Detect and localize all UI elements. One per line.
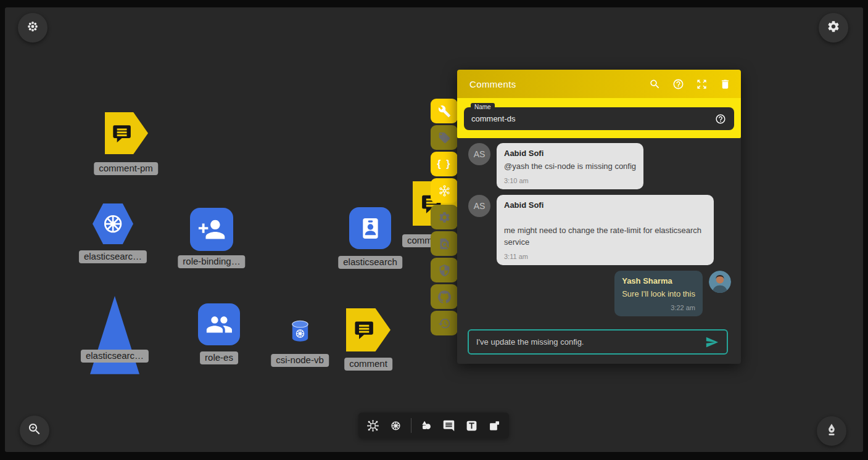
- node-label: comment: [344, 358, 392, 371]
- id-badge-icon: [357, 215, 384, 242]
- comments-panel: Comments Name AS Aabid Sofi @yash the cs…: [457, 70, 741, 364]
- toolbar-gear-button[interactable]: [431, 205, 458, 229]
- search-button[interactable]: [648, 78, 661, 90]
- toolbar-shield-button[interactable]: [431, 258, 458, 282]
- toolbar-divider: [411, 418, 411, 433]
- flower-logo-icon: [26, 20, 39, 36]
- tag-icon: [438, 131, 451, 144]
- pen-nib-icon: [824, 422, 839, 440]
- comment-tool-icon: [442, 419, 455, 432]
- message-bubble: Aabid Sofi me might need to change the r…: [497, 195, 714, 265]
- name-section: Name: [457, 98, 741, 138]
- name-field[interactable]: Name: [464, 107, 734, 130]
- history-icon: [438, 317, 451, 330]
- image-tool-button[interactable]: [486, 417, 502, 433]
- avatar: AS: [468, 143, 490, 165]
- node-label: comment-pm: [94, 162, 158, 175]
- toolbar-mesh-button[interactable]: [431, 178, 458, 203]
- delete-button[interactable]: [719, 78, 731, 90]
- message-time: 3:11 am: [504, 253, 706, 260]
- doc-search-icon: [438, 237, 451, 250]
- zoom-in-icon: [27, 422, 42, 439]
- message-time: 3:10 am: [504, 177, 636, 184]
- kubernetes-wheel-icon: [100, 211, 126, 237]
- image-tool-icon: [488, 419, 501, 432]
- message-text: @yash the csi-node is missing config: [504, 160, 636, 173]
- schematic-tool-button[interactable]: [365, 417, 381, 433]
- braces-icon: { }: [437, 158, 452, 170]
- help-icon: [715, 113, 726, 125]
- node-action-toolbar: { }: [431, 99, 458, 335]
- message-row: AS Aabid Sofi me might need to change th…: [468, 195, 731, 265]
- expand-icon: [696, 78, 708, 90]
- node-csi-node-vb[interactable]: [290, 320, 310, 342]
- mesh-icon: [438, 184, 451, 197]
- settings-button[interactable]: [819, 13, 848, 43]
- github-icon: [438, 290, 451, 303]
- comment-bubble-icon: [110, 121, 134, 145]
- message-list: AS Aabid Sofi @yash the csi-node is miss…: [457, 138, 741, 316]
- comment-input-box[interactable]: [468, 329, 728, 355]
- canvas-tools-toolbar: [358, 413, 509, 438]
- text-tool-icon: [465, 419, 478, 432]
- shield-icon: [438, 264, 451, 277]
- user-photo: [709, 271, 731, 293]
- avatar-photo: [709, 271, 731, 293]
- node-label: role-binding…: [178, 255, 245, 268]
- toolbar-github-button[interactable]: [431, 284, 458, 309]
- shapes-tool-button[interactable]: [418, 417, 434, 433]
- message-row: Yash Sharma Sure I'll look into this 3:2…: [468, 271, 731, 317]
- message-bubble: Yash Sharma Sure I'll look into this 3:2…: [614, 271, 703, 317]
- node-label: elasticsearc…: [79, 250, 147, 263]
- node-label: csi-node-vb: [271, 354, 329, 367]
- zoom-in-button[interactable]: [20, 416, 49, 445]
- wrench-icon: [438, 105, 451, 118]
- message-text: Sure I'll look into this: [622, 288, 695, 300]
- toolbar-tag-button[interactable]: [431, 125, 458, 150]
- kubernetes-tool-button[interactable]: [388, 417, 404, 433]
- kubernetes-wheel-icon: [389, 419, 402, 432]
- comments-panel-header: Comments: [457, 70, 741, 98]
- node-label: elasticsearch: [338, 256, 402, 269]
- text-tool-button[interactable]: [463, 417, 479, 433]
- gear-icon: [438, 211, 451, 224]
- message-bubble: Aabid Sofi @yash the csi-node is missing…: [497, 143, 643, 189]
- expand-button[interactable]: [695, 78, 708, 90]
- toolbar-braces-button[interactable]: { }: [431, 152, 458, 176]
- comment-tool-button[interactable]: [440, 417, 457, 433]
- message-row: AS Aabid Sofi @yash the csi-node is miss…: [468, 143, 731, 189]
- node-label: role-es: [200, 351, 238, 364]
- send-icon: [705, 335, 719, 349]
- cylinder-kubernetes-icon: [290, 320, 310, 342]
- node-elasticsearch-serviceaccount[interactable]: [349, 207, 391, 249]
- message-author: Aabid Sofi: [504, 200, 706, 210]
- node-role-binding[interactable]: [190, 208, 233, 251]
- node-role-es[interactable]: [198, 303, 240, 345]
- name-input[interactable]: [471, 114, 714, 123]
- trash-icon: [719, 78, 731, 90]
- schematic-icon: [366, 419, 379, 432]
- comment-bubble-icon: [352, 318, 376, 342]
- send-button[interactable]: [705, 335, 719, 350]
- avatar: AS: [468, 195, 490, 217]
- toolbar-wrench-button[interactable]: [431, 99, 458, 123]
- name-help-button[interactable]: [714, 113, 727, 125]
- message-text: me might need to change the rate-limit f…: [504, 224, 706, 248]
- name-field-label: Name: [471, 103, 495, 112]
- people-icon: [205, 311, 233, 339]
- node-label: elasticsearc…: [81, 350, 149, 363]
- help-icon: [672, 78, 684, 90]
- pen-tool-button[interactable]: [817, 416, 846, 446]
- message-time: 3:22 am: [622, 304, 695, 311]
- search-icon: [649, 78, 661, 90]
- help-button[interactable]: [672, 78, 684, 90]
- gear-icon: [827, 20, 840, 36]
- toolbar-history-button[interactable]: [431, 311, 458, 335]
- message-author: Yash Sharma: [622, 276, 695, 285]
- person-add-icon: [197, 215, 226, 244]
- app-menu-button[interactable]: [18, 13, 48, 43]
- panel-title: Comments: [469, 79, 648, 89]
- toolbar-doc-search-button[interactable]: [431, 231, 458, 256]
- message-author: Aabid Sofi: [504, 149, 636, 158]
- comment-input[interactable]: [476, 337, 705, 347]
